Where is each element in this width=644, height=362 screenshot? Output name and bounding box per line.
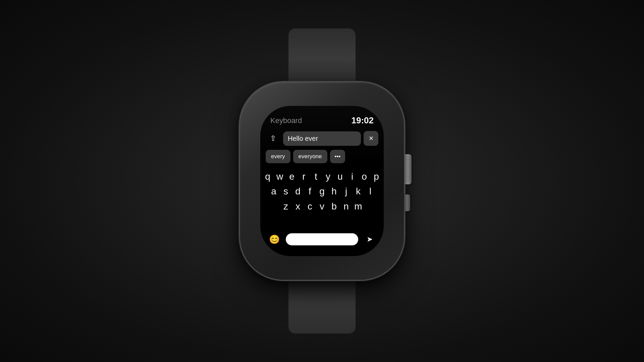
key-k[interactable]: k — [352, 185, 364, 197]
emoji-icon: 😊 — [269, 234, 280, 245]
watch-screen: Keyboard 19:02 ⇧ Hello ever ✕ — [260, 106, 384, 256]
key-u[interactable]: u — [334, 171, 346, 183]
key-row-3: z x c v b n m — [260, 199, 384, 214]
key-e[interactable]: e — [286, 171, 298, 183]
key-row-1: q w e r t y u i o p — [260, 169, 384, 184]
autocomplete-row: every everyone ••• — [260, 150, 384, 168]
key-l[interactable]: l — [364, 185, 376, 197]
key-r[interactable]: r — [298, 171, 310, 183]
screen-content: Keyboard 19:02 ⇧ Hello ever ✕ — [260, 106, 384, 256]
band-bottom — [288, 273, 356, 334]
watch-case: Keyboard 19:02 ⇧ Hello ever ✕ — [240, 82, 404, 280]
key-q[interactable]: q — [262, 171, 274, 183]
send-button[interactable]: ➤ — [362, 232, 377, 247]
key-x[interactable]: x — [292, 200, 304, 213]
key-i[interactable]: i — [346, 171, 358, 183]
key-m[interactable]: m — [352, 200, 364, 213]
side-button[interactable] — [404, 194, 410, 211]
digital-crown[interactable] — [404, 154, 412, 184]
key-b[interactable]: b — [328, 200, 340, 213]
shift-button[interactable]: ⇧ — [266, 131, 280, 146]
shift-icon: ⇧ — [270, 134, 276, 143]
key-row-2: a s d f g h j k l — [260, 184, 384, 199]
key-o[interactable]: o — [358, 171, 370, 183]
key-d[interactable]: d — [292, 185, 304, 197]
app-title: Keyboard — [270, 116, 302, 125]
bottom-row: 😊 ➤ — [260, 229, 384, 256]
scene: Keyboard 19:02 ⇧ Hello ever ✕ — [0, 0, 644, 362]
more-suggestions-button[interactable]: ••• — [330, 150, 345, 163]
input-row: ⇧ Hello ever ✕ — [260, 131, 384, 150]
text-input[interactable]: Hello ever — [283, 131, 361, 146]
key-z[interactable]: z — [280, 200, 292, 213]
watch-outer: Keyboard 19:02 ⇧ Hello ever ✕ — [240, 82, 404, 280]
key-v[interactable]: v — [316, 200, 328, 213]
emoji-button[interactable]: 😊 — [267, 232, 282, 247]
key-y[interactable]: y — [322, 171, 334, 183]
space-bar[interactable] — [286, 233, 358, 245]
key-s[interactable]: s — [280, 185, 292, 197]
key-w[interactable]: w — [274, 171, 286, 183]
key-t[interactable]: t — [310, 171, 322, 183]
more-icon: ••• — [335, 153, 341, 160]
backspace-button[interactable]: ✕ — [364, 131, 378, 146]
key-n[interactable]: n — [340, 200, 352, 213]
autocomplete-chip-1[interactable]: every — [266, 150, 290, 163]
key-c[interactable]: c — [304, 200, 316, 213]
band-top — [288, 28, 356, 89]
key-g[interactable]: g — [316, 185, 328, 197]
send-icon: ➤ — [367, 235, 373, 244]
autocomplete-chip-2[interactable]: everyone — [293, 150, 327, 163]
backspace-icon: ✕ — [369, 135, 374, 142]
key-f[interactable]: f — [304, 185, 316, 197]
key-p[interactable]: p — [370, 171, 382, 183]
current-time: 19:02 — [352, 115, 374, 126]
key-j[interactable]: j — [340, 185, 352, 197]
key-h[interactable]: h — [328, 185, 340, 197]
key-a[interactable]: a — [268, 185, 280, 197]
keyboard-area: q w e r t y u i o p — [260, 168, 384, 229]
screen-header: Keyboard 19:02 — [260, 106, 384, 131]
